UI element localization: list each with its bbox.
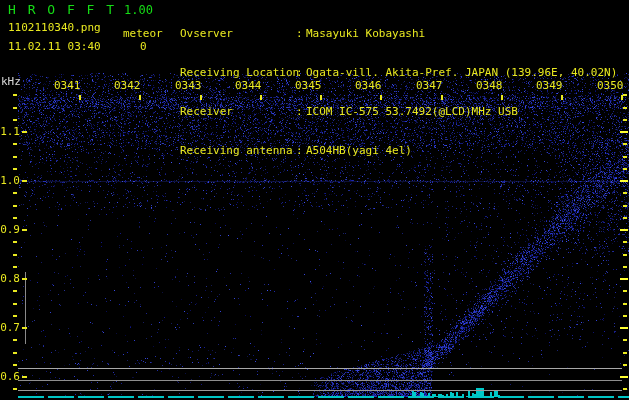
freq-minor-tick-left xyxy=(13,143,17,145)
time-label: 0344 xyxy=(235,79,262,92)
freq-label: 0.7 xyxy=(0,321,20,334)
freq-minor-tick-right xyxy=(623,94,627,96)
info-value: Masayuki Kobayashi xyxy=(306,27,425,40)
minute-tick xyxy=(501,95,503,100)
freq-major-tick-right xyxy=(620,180,628,182)
info-value: A504HB(yagi 4el) xyxy=(306,144,412,157)
carrier-line xyxy=(18,390,622,391)
meter-baseline xyxy=(18,396,629,398)
minute-tick xyxy=(200,95,202,100)
minute-tick xyxy=(320,95,322,100)
freq-minor-tick-right xyxy=(623,168,627,170)
vertical-marker-line xyxy=(25,272,26,344)
minute-tick xyxy=(79,95,81,100)
freq-minor-tick-left xyxy=(13,192,17,194)
freq-minor-tick-right xyxy=(623,119,627,121)
app-version: 1.00 xyxy=(124,3,153,17)
time-label: 0346 xyxy=(355,79,382,92)
info-separator: : xyxy=(296,66,306,79)
freq-major-tick-left xyxy=(22,278,27,280)
freq-label: 1.1 xyxy=(0,125,20,138)
freq-minor-tick-left xyxy=(13,168,17,170)
freq-minor-tick-left xyxy=(13,315,17,317)
freq-minor-tick-right xyxy=(623,192,627,194)
output-filename: 1102110340.png xyxy=(8,21,101,34)
freq-minor-tick-right xyxy=(623,388,627,390)
freq-minor-tick-right xyxy=(623,241,627,243)
freq-major-tick-left xyxy=(22,229,27,231)
info-row-location: Receiving Location : Ogata-vill. Akita-P… xyxy=(180,66,617,79)
freq-minor-tick-right xyxy=(623,156,627,158)
freq-minor-tick-left xyxy=(13,290,17,292)
freq-minor-tick-right xyxy=(623,290,627,292)
freq-minor-tick-left xyxy=(13,217,17,219)
freq-major-tick-right xyxy=(620,278,628,280)
freq-minor-tick-left xyxy=(13,388,17,390)
freq-major-tick-right xyxy=(620,131,628,133)
info-label: Ovserver xyxy=(180,27,296,40)
minute-tick xyxy=(260,95,262,100)
freq-major-tick-left xyxy=(22,131,27,133)
y-axis-unit-label: kHz xyxy=(1,75,21,88)
info-separator: : xyxy=(296,105,306,118)
freq-major-tick-right xyxy=(620,327,628,329)
freq-minor-tick-left xyxy=(13,303,17,305)
freq-minor-tick-left xyxy=(13,205,17,207)
freq-minor-tick-right xyxy=(623,339,627,341)
observation-timestamp: 11.02.11 03:40 xyxy=(8,40,101,53)
time-label: 0348 xyxy=(476,79,503,92)
freq-minor-tick-right xyxy=(623,217,627,219)
minute-tick xyxy=(139,95,141,100)
time-label: 0343 xyxy=(175,79,202,92)
minute-tick xyxy=(561,95,563,100)
freq-minor-tick-left xyxy=(13,266,17,268)
freq-minor-tick-left xyxy=(13,339,17,341)
freq-major-tick-right xyxy=(620,376,628,378)
info-value: ICOM IC-575 53.7492(@LCD)MHz USB xyxy=(306,105,518,118)
freq-minor-tick-right xyxy=(623,143,627,145)
info-separator: : xyxy=(296,27,306,40)
freq-major-tick-left xyxy=(22,327,27,329)
observer-info-block: Ovserver : Masayuki Kobayashi Receiving … xyxy=(180,1,617,183)
time-label: 0347 xyxy=(416,79,443,92)
carrier-line xyxy=(18,380,622,381)
freq-minor-tick-left xyxy=(13,364,17,366)
info-row-receiver: Receiver : ICOM IC-575 53.7492(@LCD)MHz … xyxy=(180,105,617,118)
time-label: 0342 xyxy=(114,79,141,92)
info-separator: : xyxy=(296,144,306,157)
info-label: Receiving antenna xyxy=(180,144,296,157)
freq-minor-tick-left xyxy=(13,107,17,109)
time-label: 0349 xyxy=(536,79,563,92)
info-row-observer: Ovserver : Masayuki Kobayashi xyxy=(180,27,617,40)
freq-minor-tick-left xyxy=(13,94,17,96)
hrofft-screen: H R O F F T 1.00 1102110340.png meteor 1… xyxy=(0,0,629,400)
freq-minor-tick-right xyxy=(623,266,627,268)
freq-minor-tick-right xyxy=(623,205,627,207)
freq-minor-tick-right xyxy=(623,254,627,256)
app-title: H R O F F T xyxy=(8,2,116,17)
time-label: 0350 xyxy=(597,79,624,92)
freq-major-tick-left xyxy=(22,180,27,182)
info-row-antenna: Receiving antenna : A504HB(yagi 4el) xyxy=(180,144,617,157)
info-label: Receiver xyxy=(180,105,296,118)
info-label: Receiving Location xyxy=(180,66,296,79)
mode-label: meteor xyxy=(123,27,163,40)
freq-minor-tick-right xyxy=(623,315,627,317)
freq-label: 0.8 xyxy=(0,272,20,285)
minute-tick xyxy=(621,95,623,100)
freq-minor-tick-right xyxy=(623,364,627,366)
time-label: 0341 xyxy=(54,79,81,92)
freq-minor-tick-left xyxy=(13,241,17,243)
freq-major-tick-left xyxy=(22,376,27,378)
meteor-count: 0 xyxy=(140,40,147,53)
freq-minor-tick-left xyxy=(13,156,17,158)
freq-minor-tick-right xyxy=(623,107,627,109)
carrier-line xyxy=(18,368,622,369)
minute-tick xyxy=(441,95,443,100)
freq-minor-tick-left xyxy=(13,254,17,256)
freq-label: 0.6 xyxy=(0,370,20,383)
freq-minor-tick-left xyxy=(13,352,17,354)
minute-tick xyxy=(380,95,382,100)
freq-label: 1.0 xyxy=(0,174,20,187)
freq-major-tick-right xyxy=(620,229,628,231)
